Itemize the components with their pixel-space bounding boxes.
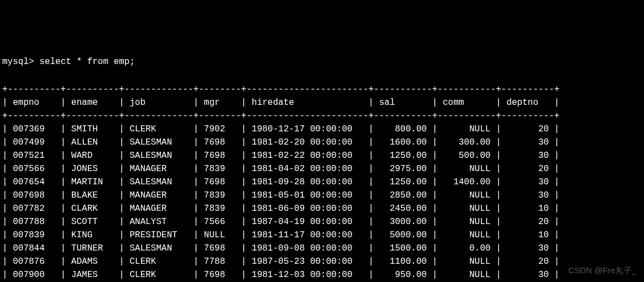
table-border: +----------+----------+-------------+---… bbox=[2, 83, 642, 96]
mysql-prompt: mysql> bbox=[2, 57, 39, 67]
table-row: | 007499 | ALLEN | SALESMAN | 7698 | 198… bbox=[2, 136, 642, 149]
mysql-prompt-line[interactable]: mysql> select * from emp; bbox=[2, 55, 642, 68]
table-border: +----------+----------+-------------+---… bbox=[2, 109, 642, 123]
table-row: | 007900 | JAMES | CLERK | 7698 | 1981-1… bbox=[2, 268, 642, 281]
query-result-table: +----------+----------+-------------+---… bbox=[2, 83, 642, 282]
table-row: | 007654 | MARTIN | SALESMAN | 7698 | 19… bbox=[2, 175, 642, 189]
sql-query: select * from emp; bbox=[39, 57, 135, 67]
table-row: | 007566 | JONES | MANAGER | 7839 | 1981… bbox=[2, 162, 642, 175]
table-row: | 007844 | TURNER | SALESMAN | 7698 | 19… bbox=[2, 242, 642, 255]
table-row: | 007782 | CLARK | MANAGER | 7839 | 1981… bbox=[2, 202, 642, 215]
table-header-row: | empno | ename | job | mgr | hiredate |… bbox=[2, 96, 642, 109]
table-row: | 007369 | SMITH | CLERK | 7902 | 1980-1… bbox=[2, 123, 642, 136]
table-row: | 007521 | WARD | SALESMAN | 7698 | 1981… bbox=[2, 149, 642, 162]
table-row: | 007839 | KING | PRESIDENT | NULL | 198… bbox=[2, 228, 642, 242]
table-row: | 007698 | BLAKE | MANAGER | 7839 | 1981… bbox=[2, 189, 642, 202]
table-row: | 007876 | ADAMS | CLERK | 7788 | 1987-0… bbox=[2, 255, 642, 268]
watermark: CSDN @Fre丸子_ bbox=[568, 264, 636, 277]
table-row: | 007788 | SCOTT | ANALYST | 7566 | 1987… bbox=[2, 215, 642, 228]
